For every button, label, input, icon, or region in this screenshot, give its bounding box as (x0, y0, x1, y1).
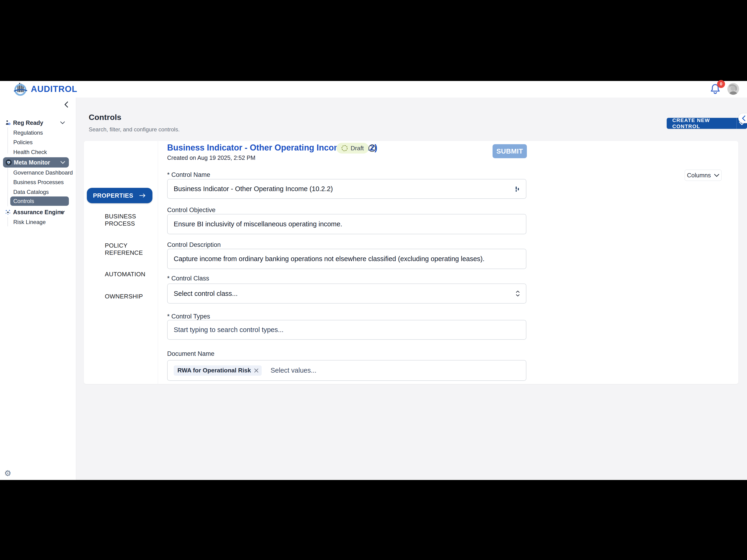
control-types-label: * Control Types (167, 313, 210, 320)
status-badge: Draft (336, 143, 369, 154)
sidebar-item-governance-dashboard[interactable]: Governance Dashboard (0, 168, 76, 177)
up-down-chevrons-icon (515, 290, 520, 297)
columns-button[interactable]: Columns (685, 170, 722, 181)
chevron-down-icon (60, 161, 65, 164)
bar-chart-icon[interactable] (515, 186, 520, 192)
created-timestamp: Created on Aug 19 2025, 2:52 PM (167, 155, 255, 161)
document-name-label: Document Name (167, 350, 214, 357)
avatar-photo (727, 83, 739, 95)
control-name-label: * Control Name (167, 171, 210, 179)
chip-label: RWA for Operational Risk (177, 367, 251, 374)
app-screen: AUDITROL 0 (0, 0, 747, 560)
status-label: Draft (351, 145, 364, 152)
user-avatar[interactable] (727, 83, 739, 95)
chevron-down-icon (714, 174, 719, 177)
create-new-control-button[interactable]: CREATE NEW CONTROL (667, 118, 747, 129)
tab-ownership[interactable]: OWNERSHIP (105, 293, 154, 300)
selected-value-chip: RWA for Operational Risk (174, 365, 262, 376)
notification-count-badge: 0 (717, 80, 725, 88)
control-description-label: Control Description (167, 241, 221, 248)
create-new-control-label: CREATE NEW CONTROL (667, 118, 737, 129)
notifications-button[interactable]: 0 (709, 83, 722, 96)
control-class-placeholder: Select control class... (174, 290, 515, 297)
arrow-right-icon (139, 193, 146, 198)
document-name-placeholder: Select values... (271, 367, 316, 374)
chevron-left-icon (64, 102, 69, 108)
sidebar-collapse-button[interactable] (62, 101, 70, 108)
sidebar-group-label: Reg Ready (13, 119, 43, 126)
chevron-down-icon (60, 211, 65, 213)
submit-button[interactable]: SUBMIT (493, 144, 527, 158)
right-panel-collapse-button[interactable] (738, 113, 747, 123)
tab-automation[interactable]: AUTOMATION (105, 271, 154, 278)
auditrol-logo-mark (13, 81, 28, 97)
sidebar-item-data-catalogs[interactable]: Data Catalogs (0, 187, 76, 197)
sidebar-item-controls-active[interactable]: Controls (10, 196, 69, 206)
settings-gear-icon[interactable]: ⚙ (4, 469, 11, 477)
tab-policy-reference[interactable]: POLICY REFERENCE (105, 242, 154, 257)
sidebar-group-label: Assurance Engine (13, 209, 64, 216)
tab-rail-divider (158, 141, 158, 384)
control-name-field[interactable]: Business Indicator - Other Operating Inc… (167, 179, 526, 199)
tab-properties[interactable]: PROPERTIES (87, 188, 152, 203)
chevron-down-icon (60, 121, 65, 124)
brand-name: AUDITROL (31, 84, 77, 94)
control-class-label: * Control Class (167, 275, 209, 282)
control-detail-card: Business Indicator - Other Operating Inc… (84, 141, 738, 384)
draft-dashed-circle-icon (341, 145, 347, 151)
sidebar-item-regulations[interactable]: Regulations (0, 128, 76, 137)
page-subtitle: Search, filter, and configure controls. (89, 126, 180, 133)
sidebar-item-business-processes[interactable]: Business Processes (0, 178, 76, 187)
network-icon (5, 209, 11, 215)
sidebar-group-reg-ready[interactable]: Reg Ready (0, 118, 76, 127)
sidebar-group-label: Meta Monitor (14, 159, 50, 166)
control-objective-label: Control Objective (167, 207, 215, 214)
sidebar-group-meta-monitor[interactable]: Meta Monitor (3, 157, 69, 167)
remove-chip-icon[interactable] (254, 368, 258, 373)
top-header-bar: AUDITROL 0 (0, 81, 747, 98)
page-title: Controls (89, 113, 121, 122)
control-objective-input[interactable] (167, 214, 526, 234)
sidebar-item-health-check[interactable]: Health Check (0, 148, 76, 157)
document-name-multiselect[interactable]: RWA for Operational Risk Select values..… (167, 360, 526, 381)
sidebar-item-risk-lineage[interactable]: Risk Lineage (0, 217, 76, 227)
control-types-input[interactable] (167, 320, 526, 340)
control-description-input[interactable] (167, 249, 526, 269)
person-gear-icon (5, 119, 11, 126)
columns-label: Columns (687, 172, 711, 179)
tab-business-process[interactable]: BUSINESS PROCESS (105, 213, 154, 227)
app-logo: AUDITROL (13, 81, 77, 97)
sidebar-group-assurance-engine[interactable]: Assurance Engine (0, 208, 76, 217)
sidebar: Reg Ready Regulations Policies Health Ch… (0, 98, 76, 480)
control-class-select[interactable]: Select control class... (167, 284, 526, 303)
control-name-value: Business Indicator - Other Operating Inc… (174, 185, 515, 193)
info-icon[interactable] (368, 144, 377, 153)
chevron-left-icon (742, 115, 746, 121)
monitor-icon (5, 159, 12, 166)
sidebar-item-policies[interactable]: Policies (0, 138, 76, 147)
